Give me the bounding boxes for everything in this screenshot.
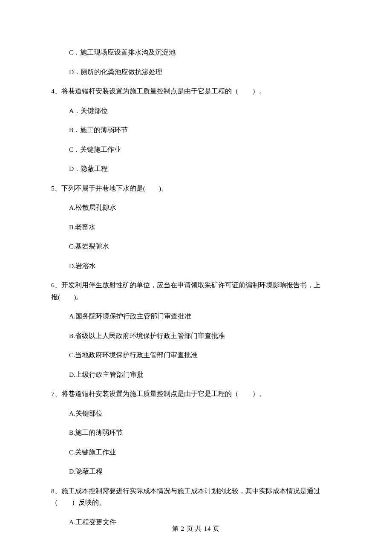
q6-stem-line2: 报( )。	[51, 294, 341, 301]
q4-option-a: A．关键部位	[69, 107, 341, 114]
q4-option-b: B．施工的薄弱环节	[69, 127, 341, 133]
q4-stem: 4、将巷道锚杆安装设置为施工质量控制点是由于它是工程的（ ）。	[51, 88, 341, 95]
q7-option-c: C.关键施工作业	[69, 449, 341, 456]
q3-option-c: C．施工现场应设置排水沟及沉淀池	[69, 49, 341, 56]
page: C．施工现场应设置排水沟及沉淀池 D．厕所的化粪池应做抗渗处理 4、将巷道锚杆安…	[0, 0, 392, 555]
q5-option-c: C.基岩裂隙水	[69, 243, 341, 250]
q5-option-b: B.老窑水	[69, 224, 341, 231]
q8-stem-line2: （ ）反映的。	[51, 499, 341, 506]
q5-option-a: A.松散层孔隙水	[69, 204, 341, 211]
q5-stem: 5、下列不属于井巷地下水的是( )。	[51, 185, 341, 192]
q7-option-d: D.隐蔽工程	[69, 468, 341, 475]
q8-option-a: A.工程变更文件	[69, 519, 341, 526]
q4-option-d: D．隐蔽工程	[69, 165, 341, 172]
q6-option-d: D.上级行政主管部门审批	[69, 371, 341, 378]
page-footer: 第 2 页 共 14 页	[0, 525, 392, 533]
q6-option-c: C.当地政府环境保护行政主管部门审查批准	[69, 352, 341, 358]
q3-option-d: D．厕所的化粪池应做抗渗处理	[69, 69, 341, 75]
q5-option-d: D.岩溶水	[69, 263, 341, 269]
q4-option-c: C．关键施工作业	[69, 146, 341, 153]
q6-option-a: A.国务院环境保护行政主管部门审查批准	[69, 313, 341, 320]
q6-option-b: B.省级以上人民政府环境保护行政主管部门审查批准	[69, 332, 341, 339]
q7-option-a: A.关键部位	[69, 410, 341, 417]
q7-option-b: B.施工的薄弱环节	[69, 429, 341, 436]
q7-stem: 7、将巷道锚杆安装设置为施工质量控制点是由于它是工程的（ ）。	[51, 390, 341, 397]
q6-stem-line1: 6、开发利用伴生放射性矿的单位，应当在申请领取采矿许可证前编制环境影响报告书，上	[51, 282, 341, 289]
q8-stem-line1: 8、施工成本控制需要进行实际成本情况与施工成本计划的比较，其中实际成本情况是通过	[51, 488, 341, 494]
